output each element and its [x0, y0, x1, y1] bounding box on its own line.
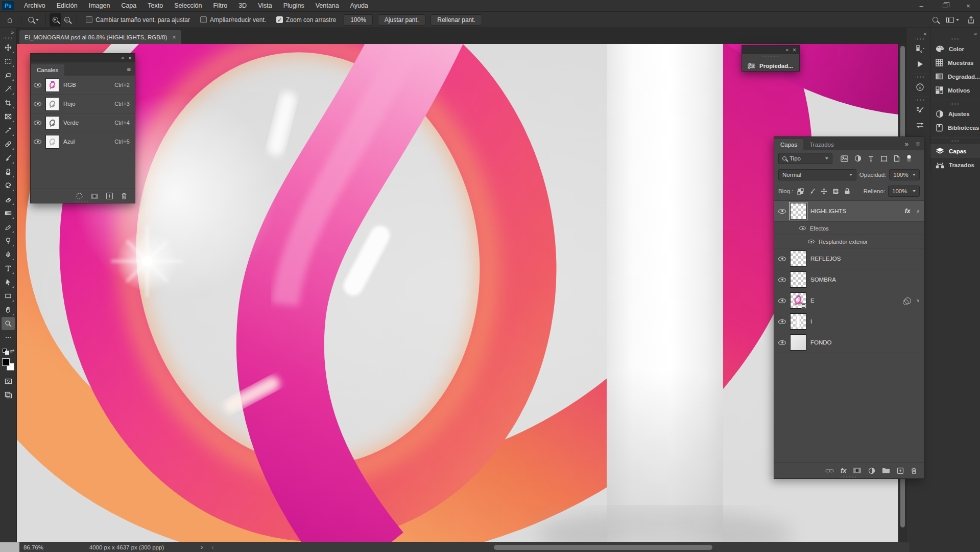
- menu-imagen[interactable]: Imagen: [83, 0, 116, 11]
- close-tab-icon[interactable]: ×: [172, 33, 176, 41]
- effects-row[interactable]: Efectos: [774, 222, 924, 235]
- eye-icon[interactable]: [778, 209, 786, 214]
- brush-tool[interactable]: [2, 151, 15, 165]
- filter-shape-layers-icon[interactable]: [880, 155, 888, 162]
- lock-artboard-icon[interactable]: [832, 188, 839, 195]
- zoom-level-field[interactable]: 86.76%: [23, 544, 43, 550]
- horizontal-scrollbar[interactable]: [174, 544, 904, 551]
- layer-thumbnail[interactable]: [790, 271, 806, 288]
- workspace-switcher[interactable]: [946, 17, 959, 23]
- add-layer-style-icon[interactable]: fx: [841, 467, 846, 474]
- restore-button[interactable]: [933, 0, 957, 11]
- layer-row-e[interactable]: E ∨: [774, 290, 924, 311]
- drag-grip[interactable]: [951, 103, 960, 105]
- drag-grip[interactable]: [916, 99, 925, 101]
- menu-vista[interactable]: Vista: [252, 0, 278, 11]
- resize-grip[interactable]: [842, 476, 857, 478]
- swap-colors-icon[interactable]: ⇄: [10, 348, 14, 354]
- lock-transparency-icon[interactable]: [797, 188, 804, 195]
- zoom-100-button[interactable]: 100%: [344, 14, 373, 26]
- save-selection-as-channel-icon[interactable]: [90, 193, 99, 200]
- link-layers-icon[interactable]: [825, 468, 834, 473]
- menu-3d[interactable]: 3D: [233, 0, 252, 11]
- eye-icon[interactable]: [799, 226, 806, 231]
- layer-row-highlights[interactable]: HIGHLIGHTS fx ∧: [774, 201, 924, 222]
- foreground-background-colors[interactable]: [2, 358, 14, 371]
- move-tool[interactable]: [2, 41, 15, 54]
- tab-canales[interactable]: Canales: [31, 64, 64, 76]
- expand-panel-icon[interactable]: »: [905, 140, 909, 148]
- panel-menu-icon[interactable]: ≡: [127, 65, 131, 73]
- dock-item-trazados[interactable]: Trazados: [930, 158, 980, 172]
- scrubby-zoom-checkbox[interactable]: ✓ Zoom con arrastre: [276, 16, 336, 24]
- close-panel-icon[interactable]: ×: [128, 55, 132, 62]
- layer-thumbnail[interactable]: [790, 313, 806, 330]
- brush-settings-panel-icon[interactable]: [910, 102, 930, 118]
- collapse-tools-icon[interactable]: »: [11, 30, 13, 35]
- quick-mask-button[interactable]: [2, 375, 15, 388]
- fill-input[interactable]: 100%: [888, 186, 920, 197]
- zoom-out-button[interactable]: −: [61, 13, 73, 27]
- fill-screen-button[interactable]: Rellenar pant.: [431, 14, 482, 26]
- eraser-tool[interactable]: [2, 193, 15, 206]
- filter-smart-objects-icon[interactable]: [894, 155, 900, 162]
- delete-channel-icon[interactable]: [121, 192, 128, 200]
- canvas[interactable]: [17, 44, 898, 542]
- dock-item-bibliotecas[interactable]: Bibliotecas: [930, 121, 980, 134]
- expand-panel-icon[interactable]: »: [785, 47, 788, 53]
- actions-panel-icon[interactable]: [910, 56, 930, 72]
- load-selection-icon[interactable]: [76, 192, 83, 200]
- frame-tool[interactable]: [2, 110, 15, 123]
- type-tool[interactable]: [2, 262, 15, 275]
- dodge-tool[interactable]: [2, 234, 15, 247]
- channel-row-azul[interactable]: Azul Ctrl+5: [31, 132, 135, 151]
- hand-tool[interactable]: [2, 303, 15, 316]
- menu-filtro[interactable]: Filtro: [207, 0, 233, 11]
- zoom-tool[interactable]: [2, 317, 15, 330]
- dock-item-ajustes[interactable]: Ajustes: [930, 107, 980, 121]
- eye-icon[interactable]: [808, 240, 815, 244]
- eye-icon[interactable]: [778, 319, 786, 324]
- opacity-input[interactable]: 100%: [889, 169, 920, 180]
- tab-capas[interactable]: Capas: [774, 139, 803, 150]
- dock-item-capas[interactable]: Capas: [930, 144, 980, 158]
- filter-pixel-layers-icon[interactable]: [841, 155, 848, 162]
- menu-texto[interactable]: Texto: [142, 0, 169, 11]
- menu-seleccion[interactable]: Selección: [169, 0, 207, 11]
- document-tab[interactable]: EI_MONOGRAM.psd al 86.8% (HIGHLIGHTS, RG…: [19, 30, 181, 44]
- filter-type-select[interactable]: Tipo: [778, 153, 832, 164]
- foreground-color-swatch[interactable]: [2, 358, 10, 366]
- outer-glow-effect-row[interactable]: Resplandor exterior: [774, 235, 924, 248]
- layer-row-reflejos[interactable]: REFLEJOS: [774, 248, 924, 269]
- eye-icon[interactable]: [778, 257, 786, 261]
- new-channel-icon[interactable]: [106, 192, 113, 200]
- collapse-dock-icon[interactable]: «: [930, 28, 980, 38]
- filter-type-layers-icon[interactable]: [868, 155, 874, 162]
- eye-icon[interactable]: [778, 340, 786, 345]
- menu-ayuda[interactable]: Ayuda: [345, 0, 374, 11]
- path-selection-tool[interactable]: [2, 275, 15, 289]
- resize-grip[interactable]: [75, 201, 90, 202]
- expand-effects-icon[interactable]: ∨: [916, 298, 920, 303]
- lock-position-icon[interactable]: [821, 188, 827, 195]
- layer-fx-badge[interactable]: fx: [905, 208, 911, 215]
- minimize-button[interactable]: –: [910, 0, 933, 11]
- dock-item-degradados[interactable]: Degradad...: [930, 70, 980, 83]
- eyedropper-tool[interactable]: [2, 124, 15, 137]
- gradient-tool[interactable]: [2, 206, 15, 220]
- clone-stamp-tool[interactable]: [2, 165, 15, 178]
- layer-row-sombra[interactable]: SOMBRA: [774, 269, 924, 290]
- screen-mode-button[interactable]: [2, 388, 15, 402]
- delete-layer-icon[interactable]: [911, 467, 917, 474]
- smudge-tool[interactable]: [2, 220, 15, 234]
- drag-grip[interactable]: [951, 140, 960, 142]
- quick-selection-tool[interactable]: [2, 82, 15, 96]
- resize-windows-checkbox[interactable]: Cambiar tamaño vent. para ajustar: [86, 16, 190, 24]
- lock-all-icon[interactable]: [844, 188, 850, 195]
- layer-thumbnail[interactable]: [790, 334, 806, 351]
- panel-menu-icon[interactable]: ≡: [916, 140, 920, 148]
- crop-tool[interactable]: [2, 96, 15, 109]
- channel-row-rgb[interactable]: RGB Ctrl+2: [31, 76, 135, 95]
- eye-icon[interactable]: [34, 102, 41, 106]
- spot-healing-brush-tool[interactable]: [2, 137, 15, 151]
